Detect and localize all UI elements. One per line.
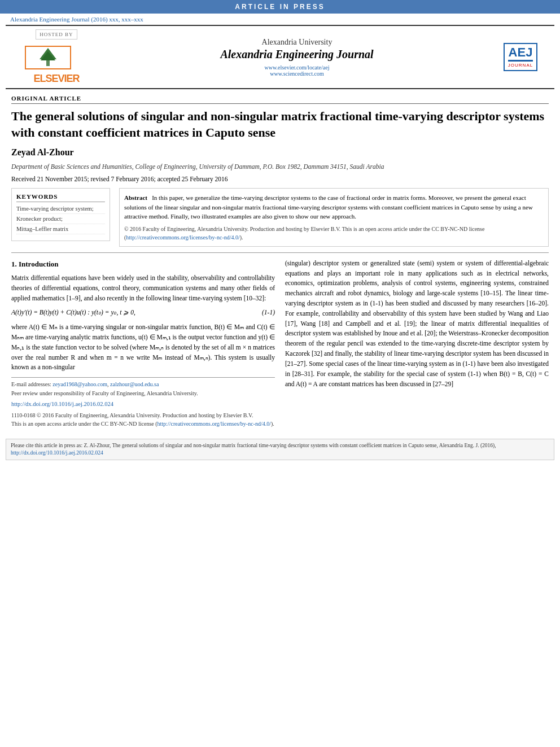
aej-logo: AEJ JOURNAL xyxy=(504,43,537,71)
section-divider xyxy=(11,252,549,253)
citation-box: Please cite this article in press as: Z.… xyxy=(6,439,554,461)
elsevier-logo-svg xyxy=(20,43,76,72)
aej-logo-sub: JOURNAL xyxy=(508,63,533,68)
keyword-1: Time-varying descriptor system; xyxy=(16,206,105,214)
banner-text: ARTICLE IN PRESS xyxy=(235,3,325,11)
header-left: HOSTED BY ELSEVIER xyxy=(11,29,102,85)
hosted-by-label: HOSTED BY xyxy=(36,29,77,40)
intro-para-2: where A(t) ∈ Mₙ is a time-varying singul… xyxy=(11,322,275,373)
header-center: Alexandria University Alexandria Enginee… xyxy=(102,38,492,77)
received-dates: Received 21 November 2015; revised 7 Feb… xyxy=(11,176,549,182)
elsevier-logo-image xyxy=(11,42,85,73)
keywords-box: KEYWORDS Time-varying descriptor system;… xyxy=(11,188,110,241)
elsevier-url[interactable]: www.elsevier.com/locate/aej xyxy=(102,64,492,71)
affiliation: Department of Basic Sciences and Humanit… xyxy=(11,162,549,171)
aej-logo-bar xyxy=(508,60,533,62)
elsevier-name: ELSEVIER xyxy=(11,73,102,85)
keyword-3: Mittag–Leffler matrix xyxy=(16,226,105,234)
section-1-title: 1. Introduction xyxy=(11,259,275,270)
equation-1-1: A(t)y′(t) = B(t)y(t) + C(t)u(t) : y(t₀) … xyxy=(11,308,275,318)
main-content: ORIGINAL ARTICLE The general solutions o… xyxy=(0,89,560,434)
header-right: AEJ JOURNAL xyxy=(492,43,549,71)
journal-name: Alexandria Engineering Journal xyxy=(102,48,492,61)
sciencedirect-url[interactable]: www.sciencedirect.com xyxy=(102,71,492,77)
journal-link-bar: Alexandria Engineering Journal (2016) xx… xyxy=(0,14,560,25)
journal-urls: www.elsevier.com/locate/aej www.scienced… xyxy=(102,64,492,77)
abstract-section: KEYWORDS Time-varying descriptor system;… xyxy=(11,188,549,247)
body-section: 1. Introduction Matrix differential equa… xyxy=(11,259,549,429)
university-name: Alexandria University xyxy=(102,38,492,47)
open-access-link[interactable]: http://creativecommons.org/licenses/by-n… xyxy=(158,421,271,427)
abstract-license-link[interactable]: http://creativecommons.org/licenses/by-n… xyxy=(126,234,239,241)
citation-doi-link[interactable]: http://dx.doi.org/10.1016/j.aej.2016.02.… xyxy=(11,450,103,456)
email-label: E-mail addresses: xyxy=(11,381,51,387)
open-access-line: This is an open access article under the… xyxy=(11,420,275,429)
journal-link[interactable]: Alexandria Engineering Journal (2016) xx… xyxy=(10,16,143,23)
abstract-text: In this paper, we generalize the time-va… xyxy=(124,194,533,220)
abstract-col: Abstract In this paper, we generalize th… xyxy=(119,188,549,247)
keyword-2: Kronecker product; xyxy=(16,216,105,224)
abstract-copyright: © 2016 Faculty of Engineering, Alexandri… xyxy=(124,225,544,242)
email-note: E-mail addresses: zeyad1968@yahoo.com, z… xyxy=(11,377,275,397)
abstract-box: Abstract In this paper, we generalize th… xyxy=(119,188,549,247)
author-name: Zeyad Al-Zhour xyxy=(11,147,549,158)
email-2[interactable]: zalzhour@uod.edu.sa xyxy=(110,381,159,387)
body-left-col: 1. Introduction Matrix differential equa… xyxy=(11,259,275,429)
equation-number: (1-1) xyxy=(262,308,275,318)
doi-line: http://dx.doi.org/10.1016/j.aej.2016.02.… xyxy=(11,400,275,409)
doi-link[interactable]: http://dx.doi.org/10.1016/j.aej.2016.02.… xyxy=(11,401,113,407)
article-title: The general solutions of singular and no… xyxy=(11,108,549,141)
keywords-col: KEYWORDS Time-varying descriptor system;… xyxy=(11,188,110,247)
intro-para-1: Matrix differential equations have been … xyxy=(11,273,275,303)
article-in-press-banner: ARTICLE IN PRESS xyxy=(0,0,560,14)
journal-header: HOSTED BY ELSEVIER Alexandria University… xyxy=(6,25,554,89)
body-right-col: (singular) descriptor system or generali… xyxy=(285,259,549,429)
aej-logo-text: AEJ xyxy=(508,46,533,59)
right-para-1: (singular) descriptor system or generali… xyxy=(285,259,549,390)
email-1[interactable]: zeyad1968@yahoo.com xyxy=(53,381,107,387)
article-type: ORIGINAL ARTICLE xyxy=(11,95,549,104)
peer-review-note: Peer review under responsibility of Facu… xyxy=(11,390,198,396)
abstract-label: Abstract xyxy=(124,194,147,201)
keywords-title: KEYWORDS xyxy=(16,193,105,202)
equation-text: A(t)y′(t) = B(t)y(t) + C(t)u(t) : y(t₀) … xyxy=(11,308,135,318)
copyright-line: 1110-0168 © 2016 Faculty of Engineering,… xyxy=(11,411,275,420)
